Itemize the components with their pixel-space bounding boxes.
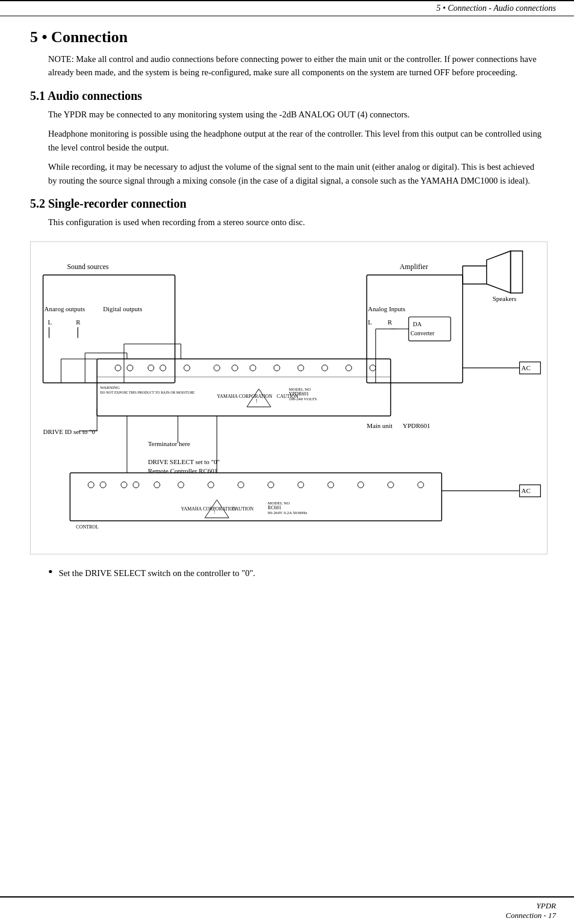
footer-text: YPDR Connection - 17 — [505, 901, 556, 920]
svg-point-62 — [328, 482, 334, 488]
page-footer: YPDR Connection - 17 — [0, 896, 574, 924]
svg-point-26 — [148, 365, 154, 371]
svg-text:L: L — [48, 318, 52, 326]
svg-text:AC: AC — [522, 364, 531, 371]
svg-text:DRIVE ID set to "0": DRIVE ID set to "0" — [43, 428, 98, 435]
note-text: NOTE: Make all control and audio connect… — [48, 54, 537, 77]
svg-point-64 — [387, 482, 393, 488]
svg-point-63 — [358, 482, 364, 488]
svg-text:CAUTION: CAUTION — [232, 506, 253, 512]
bullet-item-1: • Set the DRIVE SELECT switch on the con… — [48, 566, 544, 580]
svg-text:DO NOT EXPOSE THIS PRODUCT TO : DO NOT EXPOSE THIS PRODUCT TO RAIN OR MO… — [100, 391, 195, 394]
svg-text:DRIVE SELECT set to "0": DRIVE SELECT set to "0" — [148, 457, 220, 465]
connection-diagram: Sound sources Amplifier Speakers Anarog … — [30, 241, 548, 554]
svg-point-28 — [184, 365, 190, 371]
section-5-2-para-1: This configuration is used when recordin… — [48, 215, 544, 229]
svg-text:CONTROL: CONTROL — [76, 524, 99, 530]
svg-text:WARNING: WARNING — [100, 385, 120, 390]
svg-point-30 — [232, 365, 238, 371]
svg-text:YAMAHA CORPORATION: YAMAHA CORPORATION — [217, 394, 272, 399]
svg-point-61 — [298, 482, 304, 488]
svg-point-24 — [115, 365, 121, 371]
svg-rect-5 — [511, 251, 523, 293]
svg-text:Amplifier: Amplifier — [400, 262, 428, 271]
svg-text:90-264V 0.2A 50/60Hz: 90-264V 0.2A 50/60Hz — [268, 510, 307, 515]
svg-text:YAMAHA CORPORATION: YAMAHA CORPORATION — [181, 506, 236, 512]
section-5-1-title: 5.1 Audio connections — [30, 89, 544, 103]
section-5-2-title: 5.2 Single-recorder connection — [30, 197, 544, 211]
note-paragraph: NOTE: Make all control and audio connect… — [48, 52, 544, 79]
svg-text:Terminator here: Terminator here — [148, 439, 190, 447]
svg-point-33 — [298, 365, 304, 371]
svg-text:AC: AC — [522, 487, 531, 494]
svg-text:RC601: RC601 — [268, 505, 282, 510]
section-5-1-para-3: While recording, it may be necessary to … — [48, 160, 544, 187]
page-content: 5 • Connection NOTE: Make all control an… — [0, 22, 574, 896]
svg-point-27 — [160, 365, 166, 371]
svg-text:R: R — [387, 318, 392, 326]
svg-marker-4 — [487, 251, 511, 293]
svg-text:Digital  outputs: Digital outputs — [103, 305, 142, 312]
svg-text:100-240 VOLTS: 100-240 VOLTS — [289, 397, 317, 402]
svg-text:L: L — [368, 318, 372, 326]
main-title: 5 • Connection — [30, 28, 544, 46]
bullet-section: • Set the DRIVE SELECT switch on the con… — [48, 566, 544, 580]
svg-text:DA: DA — [413, 321, 422, 327]
svg-point-54 — [121, 482, 127, 488]
svg-point-56 — [154, 482, 160, 488]
svg-text:YPDR601: YPDR601 — [403, 422, 430, 429]
svg-point-53 — [100, 482, 106, 488]
svg-point-59 — [238, 482, 244, 488]
svg-point-31 — [250, 365, 256, 371]
section-5-1-para-1: The YPDR may be connected to any monitor… — [48, 108, 544, 121]
svg-point-55 — [133, 482, 139, 488]
diagram-svg: Sound sources Amplifier Speakers Anarog … — [31, 242, 547, 554]
svg-point-52 — [88, 482, 94, 488]
section-5-1-para-2: Headphone monitoring is possible using t… — [48, 127, 544, 154]
page-wrapper: 5 • Connection - Audio connections 5 • C… — [0, 0, 574, 924]
footer-page: Connection - 17 — [505, 911, 556, 920]
footer-brand: YPDR — [505, 901, 556, 911]
svg-point-60 — [268, 482, 274, 488]
header-text: 5 • Connection - Audio connections — [436, 4, 556, 13]
svg-point-29 — [214, 365, 220, 371]
bullet-dot: • — [48, 565, 53, 578]
svg-point-36 — [369, 365, 375, 371]
main-title-text: 5 • Connection — [30, 28, 128, 46]
svg-rect-0 — [43, 275, 175, 383]
svg-point-58 — [208, 482, 214, 488]
svg-text:R: R — [76, 318, 81, 326]
svg-text:Main unit: Main unit — [367, 422, 393, 429]
svg-text:Converter: Converter — [410, 330, 434, 336]
svg-text:Speakers: Speakers — [493, 294, 516, 302]
svg-point-57 — [178, 482, 184, 488]
svg-rect-51 — [70, 473, 442, 521]
svg-point-25 — [127, 365, 133, 371]
svg-text:Remote Controller  RC601: Remote Controller RC601 — [148, 467, 217, 474]
svg-text:Analog  Inputs: Analog Inputs — [368, 305, 405, 312]
svg-text:Sound  sources: Sound sources — [67, 262, 109, 271]
svg-text:Anarog outputs: Anarog outputs — [45, 305, 85, 312]
bullet-text-1: Set the DRIVE SELECT switch on the contr… — [59, 566, 256, 580]
svg-point-34 — [322, 365, 328, 371]
page-header: 5 • Connection - Audio connections — [0, 0, 574, 16]
svg-text:!: ! — [256, 398, 258, 404]
svg-point-35 — [346, 365, 352, 371]
svg-rect-22 — [97, 359, 390, 416]
svg-point-32 — [274, 365, 280, 371]
svg-text:YPDR601: YPDR601 — [289, 391, 309, 397]
svg-point-65 — [418, 482, 424, 488]
